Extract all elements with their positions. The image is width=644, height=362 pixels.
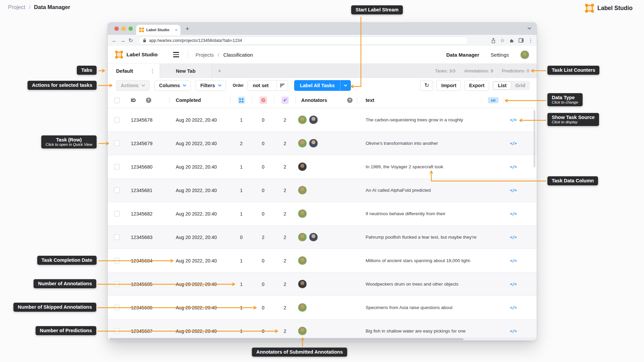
show-source-icon[interactable]: </> xyxy=(510,141,517,146)
address-bar[interactable]: app.heartex.com/projects/123456/data?tab… xyxy=(139,37,468,45)
export-button[interactable]: Export xyxy=(464,80,489,91)
filters-button[interactable]: Filters xyxy=(196,80,226,91)
grid-view-button[interactable]: Grid xyxy=(511,82,529,89)
annotators-cell xyxy=(296,186,357,195)
show-source-icon[interactable]: </> xyxy=(510,117,517,122)
show-source-icon[interactable]: </> xyxy=(510,282,517,287)
show-source-icon[interactable]: </> xyxy=(510,258,517,263)
breadcrumb-project[interactable]: Project xyxy=(8,4,25,10)
bookmark-star-icon[interactable]: ☆ xyxy=(500,38,505,43)
close-tab-icon[interactable]: × xyxy=(175,27,177,33)
lock-icon xyxy=(143,38,146,43)
row-checkbox[interactable] xyxy=(114,211,120,217)
help-icon[interactable]: ? xyxy=(146,98,151,103)
new-tab-icon[interactable]: + xyxy=(185,25,189,33)
chevron-down-icon[interactable] xyxy=(528,27,531,29)
task-text: Olivine's transformation into another xyxy=(357,141,503,146)
chevron-down-icon[interactable] xyxy=(340,80,351,90)
zoom-window-button[interactable] xyxy=(128,26,133,31)
nav-data-manager[interactable]: Data Manager xyxy=(446,52,479,58)
annotations-count: 2 xyxy=(230,141,252,146)
task-id: 12345684 xyxy=(126,258,169,263)
tab-default[interactable]: Default ⋮ xyxy=(108,64,160,78)
annotations-column-icon[interactable] xyxy=(238,97,245,104)
back-icon[interactable]: ← xyxy=(112,38,117,43)
chevron-down-icon xyxy=(218,84,221,86)
col-text-label[interactable]: text xyxy=(366,98,374,103)
browser-tab[interactable]: Label Studio × xyxy=(136,25,180,35)
nav-settings[interactable]: Settings xyxy=(491,52,509,58)
add-tab-icon[interactable]: + xyxy=(218,67,221,75)
row-checkbox[interactable] xyxy=(114,140,120,146)
table-row[interactable]: 12345684 Aug 20 2022, 20:40 1 0 2 Millio… xyxy=(108,249,537,273)
minimize-window-button[interactable] xyxy=(121,26,126,31)
table-row[interactable]: 12345678 Aug 20 2022, 20:40 1 0 2 The ca… xyxy=(108,108,537,132)
show-source-icon[interactable]: </> xyxy=(510,211,517,216)
row-checkbox[interactable] xyxy=(114,328,120,334)
label-all-tasks-button[interactable]: Label All Tasks xyxy=(294,80,351,91)
sidebar-icon[interactable] xyxy=(519,38,524,43)
show-source-icon[interactable]: </> xyxy=(510,305,517,310)
table-row[interactable]: 12345686 Aug 20 2022, 20:40 1 0 2 Specim… xyxy=(108,296,537,319)
table-row[interactable]: 12345685 Aug 20 2022, 20:40 1 0 2 Woodpe… xyxy=(108,273,537,296)
forward-icon[interactable]: → xyxy=(120,38,125,43)
table-row[interactable]: 12345680 Aug 20 2022, 20:40 1 0 2 In 198… xyxy=(108,155,537,179)
annotator-avatar xyxy=(298,162,307,171)
import-button[interactable]: Import xyxy=(436,80,461,91)
skipped-column-icon[interactable] xyxy=(260,97,267,104)
row-checkbox[interactable] xyxy=(114,234,120,240)
predictions-column-icon[interactable] xyxy=(281,97,289,104)
row-checkbox[interactable] xyxy=(114,117,120,123)
tab-options-kebab-icon[interactable]: ⋮ xyxy=(150,68,155,74)
app-logo-icon[interactable] xyxy=(115,51,123,59)
window-controls[interactable] xyxy=(114,26,133,31)
vertical-scrollbar[interactable] xyxy=(534,110,535,167)
table-row[interactable]: 12345681 Aug 20 2022, 20:40 1 0 2 An AI … xyxy=(108,179,537,202)
tab-new-tab[interactable]: New Tab xyxy=(160,64,212,78)
list-view-button[interactable]: List xyxy=(493,81,511,89)
task-completed-date: Aug 20 2022, 20:40 xyxy=(169,164,230,170)
help-icon[interactable]: ? xyxy=(347,98,353,103)
extension-icon[interactable] xyxy=(509,38,514,43)
col-annotators-label[interactable]: Annotators xyxy=(301,98,327,103)
actions-button[interactable]: Actions xyxy=(116,80,150,91)
table-row[interactable]: 12345679 Aug 20 2022, 20:40 2 0 2 Olivin… xyxy=(108,132,537,155)
select-all-checkbox[interactable] xyxy=(114,98,120,103)
table-row[interactable]: 12345682 Aug 20 2022, 20:40 1 0 2 If neu… xyxy=(108,202,537,226)
show-source-icon[interactable]: </> xyxy=(510,164,517,169)
app-brand-text: Label Studio xyxy=(126,52,158,58)
task-completed-date: Aug 20 2022, 20:40 xyxy=(169,328,230,334)
columns-button[interactable]: Columns xyxy=(154,80,191,91)
user-avatar[interactable] xyxy=(520,50,529,59)
show-source-icon[interactable]: </> xyxy=(510,235,517,240)
show-source-icon[interactable]: </> xyxy=(510,328,517,334)
table-row[interactable]: 12345683 Aug 20 2022, 20:40 0 2 2 Pahrum… xyxy=(108,226,537,249)
col-completed-label[interactable]: Completed xyxy=(176,98,201,103)
row-checkbox[interactable] xyxy=(114,305,120,310)
hamburger-menu-icon[interactable] xyxy=(173,52,179,57)
annotator-avatar xyxy=(298,115,307,124)
task-completed-date: Aug 20 2022, 20:40 xyxy=(169,141,230,146)
row-checkbox[interactable] xyxy=(114,258,120,263)
horizontal-scrollbar[interactable] xyxy=(108,338,537,341)
annotator-avatar xyxy=(309,233,318,242)
order-button[interactable]: not set xyxy=(248,80,288,91)
col-id-label[interactable]: ID xyxy=(131,98,136,103)
browser-menu-kebab-icon[interactable]: ⋮ xyxy=(528,38,533,43)
reload-icon[interactable]: ↻ xyxy=(128,38,133,43)
label-studio-brand: Label Studio xyxy=(585,4,633,13)
task-completed-date: Aug 20 2022, 20:40 xyxy=(169,258,230,263)
share-icon[interactable] xyxy=(491,38,496,43)
row-checkbox[interactable] xyxy=(114,281,120,287)
row-checkbox[interactable] xyxy=(114,187,120,193)
annotator-avatar xyxy=(298,209,307,218)
show-source-icon[interactable]: </> xyxy=(510,188,517,193)
refresh-button[interactable]: ↻ xyxy=(420,80,433,91)
predictions-count: 2 xyxy=(274,282,296,287)
row-checkbox[interactable] xyxy=(114,164,120,170)
annotations-count: 1 xyxy=(230,188,252,193)
data-type-badge[interactable]: str xyxy=(488,97,498,103)
breadcrumb-projects-link[interactable]: Projects xyxy=(196,52,214,58)
close-window-button[interactable] xyxy=(114,26,119,31)
sort-icon[interactable] xyxy=(276,80,288,90)
